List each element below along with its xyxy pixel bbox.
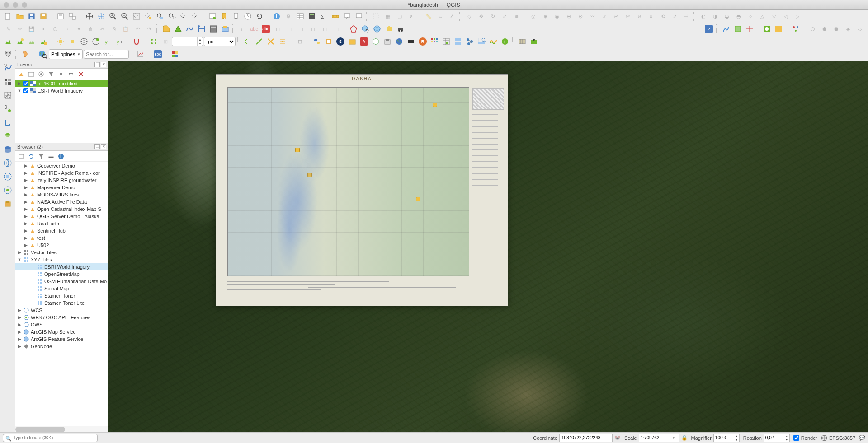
search-input[interactable]	[84, 50, 129, 59]
zoom-full-button[interactable]	[131, 11, 142, 22]
globe-tool-1[interactable]	[79, 36, 90, 47]
messages-icon[interactable]: 💬	[859, 435, 865, 441]
lock-scale-icon[interactable]: 🔒	[681, 435, 688, 441]
sun-icon-1[interactable]	[55, 36, 66, 47]
locator-input[interactable]	[3, 434, 98, 442]
postgis-icon[interactable]	[1, 144, 14, 155]
geopackage-icon[interactable]	[1, 198, 14, 210]
topo-tool-2[interactable]	[254, 36, 264, 47]
zoom-native-button[interactable]: 1:1	[166, 11, 177, 22]
layer-item[interactable]: ▼ ESRI World Imagery	[15, 87, 108, 94]
topo-tool-4[interactable]	[277, 36, 288, 47]
browser-item[interactable]: ▶OWS	[15, 321, 108, 328]
browser-item[interactable]: ▶WFS / OGC API - Features	[15, 314, 108, 321]
region-dropdown[interactable]: Philippines ▼	[49, 49, 83, 59]
refresh-button[interactable]	[254, 11, 265, 22]
save-project-button[interactable]	[26, 11, 37, 22]
zoom-in-button[interactable]	[108, 11, 118, 22]
expand-icon[interactable]: ▶	[24, 228, 28, 233]
browser-item[interactable]: ▶ArcGIS Map Service	[15, 328, 108, 336]
car-icon[interactable]	[395, 23, 406, 34]
refresh-icon[interactable]	[27, 152, 35, 160]
print-layout-button[interactable]	[55, 11, 66, 22]
browser-item[interactable]: ▶QGIS Server Demo - Alaska	[15, 213, 108, 220]
new-project-button[interactable]	[3, 11, 14, 22]
statistics-button[interactable]: Σ	[318, 11, 329, 22]
puzzle-icon[interactable]	[383, 23, 394, 34]
open-project-button[interactable]	[14, 11, 25, 22]
delimited-text-icon[interactable]: 9,	[1, 103, 14, 115]
chart-icon[interactable]	[135, 49, 146, 60]
edc-button[interactable]: EDC	[152, 49, 163, 60]
browser-item[interactable]: Stamen Toner Lite	[15, 299, 108, 307]
spin-down-icon[interactable]: ▼	[198, 42, 203, 46]
plugin-row3-3[interactable]	[347, 36, 358, 47]
plugin-btn-2[interactable]	[732, 23, 743, 34]
expand-icon[interactable]: ▶	[17, 322, 22, 327]
plugin-btn-5[interactable]	[773, 23, 784, 34]
plugin-btn-6[interactable]	[790, 23, 801, 34]
spin-down-icon[interactable]: ▼	[734, 438, 739, 442]
expand-icon[interactable]: ▶	[24, 185, 28, 190]
browser-item[interactable]: ESRI World Imagery	[15, 263, 108, 270]
browser-item[interactable]: ▶NASA Active Fire Data	[15, 198, 108, 205]
crs-group[interactable]: EPSG:3857	[821, 435, 855, 441]
plugin-row3-4[interactable]: A	[359, 36, 369, 47]
plugin-row3-5[interactable]	[370, 36, 381, 47]
expand-icon[interactable]: ▶	[17, 337, 22, 341]
layer-item-selected[interactable]: ▶ nf-46-01_modified	[15, 80, 108, 87]
browser-item[interactable]: ▶GeoNode	[15, 343, 108, 350]
expand-icon[interactable]: ▶	[24, 214, 28, 219]
layer-styling-icon[interactable]	[17, 70, 25, 78]
maptips-button[interactable]	[342, 11, 353, 22]
palette-icon[interactable]	[170, 49, 180, 60]
shape-digitize-6[interactable]	[220, 23, 231, 34]
open-attribute-table-button[interactable]	[295, 11, 306, 22]
browser-item[interactable]: ▶Geoserver Demo	[15, 162, 108, 169]
horizontal-scrollbar[interactable]	[15, 426, 108, 432]
browser-item[interactable]: ▶MODIS-VIIRS fires	[15, 191, 108, 198]
expand-icon[interactable]: ▶	[17, 330, 22, 334]
zoom-to-layer-button[interactable]	[155, 11, 165, 22]
plugin-row3-9[interactable]: R	[417, 36, 428, 47]
help-button[interactable]: ?	[703, 23, 714, 34]
add-icon[interactable]	[17, 152, 25, 160]
scrollbar-thumb[interactable]	[15, 427, 65, 432]
profile-tool-3[interactable]	[26, 36, 37, 47]
zoom-last-button[interactable]	[178, 11, 189, 22]
measure-button[interactable]	[330, 11, 341, 22]
snap-button[interactable]	[131, 36, 142, 47]
ear-icon[interactable]	[20, 49, 31, 60]
globe-search-icon[interactable]	[360, 23, 371, 34]
gamma-tool-1[interactable]: γ	[102, 36, 113, 47]
browser-item[interactable]: ▶Sentinel Hub	[15, 227, 108, 234]
browser-item[interactable]: ▶test	[15, 234, 108, 242]
gamma-tool-2[interactable]: γ+	[114, 36, 125, 47]
rotation-input[interactable]	[764, 434, 784, 442]
globe-tool-2[interactable]	[90, 36, 101, 47]
expand-icon[interactable]: ▶	[24, 236, 28, 240]
render-checkbox[interactable]	[793, 435, 799, 441]
raster-layer-icon[interactable]	[1, 76, 14, 88]
zoom-out-button[interactable]	[119, 11, 130, 22]
shape-digitize-5[interactable]	[208, 23, 219, 34]
plugin-row3-10[interactable]	[429, 36, 440, 47]
plugin-btn-3[interactable]	[744, 23, 755, 34]
mesh-layer-icon[interactable]	[1, 89, 14, 101]
map-canvas[interactable]: DAKHA	[108, 61, 868, 432]
locator-search[interactable]: 🔍	[3, 434, 98, 442]
expand-icon[interactable]: ▶	[24, 192, 28, 197]
topo-tool-1[interactable]	[242, 36, 253, 47]
browser-item[interactable]: ▶Italy INSPIRE groundwater	[15, 177, 108, 184]
rotation-spin[interactable]: ▲▼	[764, 434, 790, 442]
field-calculator-button[interactable]	[307, 11, 317, 22]
plugin-row3-13[interactable]	[464, 36, 475, 47]
magnifier-spin[interactable]: ▲▼	[713, 434, 740, 442]
plugin-row3-1[interactable]	[323, 36, 334, 47]
plugin-row3-14[interactable]: PCA	[476, 36, 487, 47]
expand-icon[interactable]: ▶	[24, 163, 28, 168]
plugin-row3-17[interactable]	[517, 36, 528, 47]
coordinate-input[interactable]	[559, 434, 613, 442]
identify-button[interactable]: i	[271, 11, 282, 22]
plugin-row3-18[interactable]	[528, 36, 539, 47]
